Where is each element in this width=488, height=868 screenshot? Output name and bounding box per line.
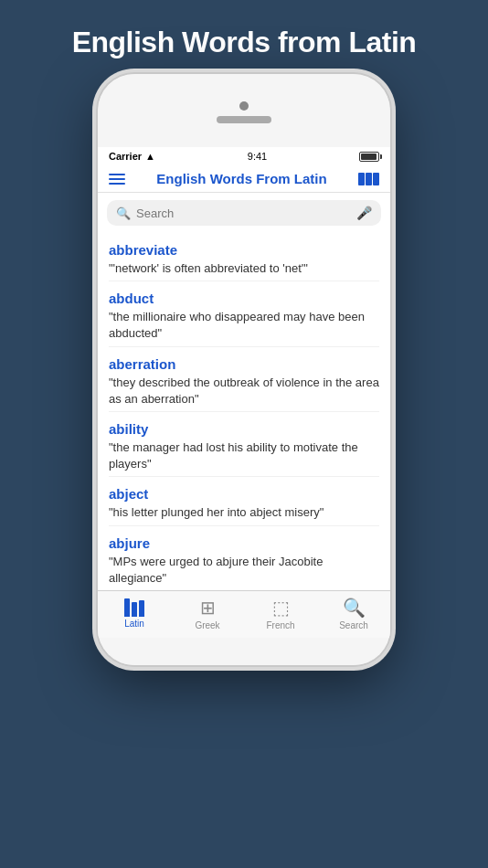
nav-title: English Words From Latin (156, 171, 326, 186)
word-example: "'network' is often abbreviated to 'net'… (109, 260, 379, 277)
menu-button[interactable] (109, 174, 125, 185)
tab-greek[interactable]: ⊞ Greek (171, 591, 244, 638)
tab-latin-label: Latin (124, 619, 144, 629)
mic-icon[interactable]: 🎤 (356, 206, 372, 220)
word-entry[interactable]: abbreviate"'network' is often abbreviate… (109, 233, 379, 281)
word-example: "his letter plunged her into abject mise… (109, 504, 379, 521)
word-title: abjure (109, 535, 379, 551)
word-entry[interactable]: aberration"they described the outbreak o… (109, 347, 379, 412)
word-title: ability (109, 421, 379, 437)
tab-french-label: French (266, 620, 294, 630)
phone-screen: Carrier ▲ 9:41 English Words From Latin … (98, 147, 390, 638)
word-example: "MPs were urged to abjure their Jacobite… (109, 554, 379, 587)
phone-frame: Carrier ▲ 9:41 English Words From Latin … (98, 74, 390, 665)
time-display: 9:41 (248, 151, 267, 162)
latin-books-icon (124, 597, 144, 617)
speaker (217, 116, 271, 123)
word-title: abduct (109, 291, 379, 306)
status-bar: Carrier ▲ 9:41 (98, 147, 390, 165)
nav-bar: English Words From Latin (98, 165, 390, 193)
word-title: abject (109, 486, 379, 502)
page-title: English Words from Latin (54, 0, 435, 74)
wifi-icon: ▲ (145, 151, 155, 162)
battery-icon (359, 152, 379, 162)
phone-top-bezel (98, 74, 390, 147)
word-list[interactable]: abbreviate"'network' is often abbreviate… (98, 233, 390, 590)
camera-icon (239, 101, 249, 111)
word-example: "the millionaire who disappeared may hav… (109, 309, 379, 342)
word-entry[interactable]: ability"the manager had lost his ability… (109, 412, 379, 477)
tab-search[interactable]: 🔍 Search (317, 591, 390, 638)
word-example: "they described the outbreak of violence… (109, 375, 379, 408)
french-icon: ⬚ (272, 597, 290, 619)
word-title: abbreviate (109, 242, 379, 258)
search-bar[interactable]: 🔍 🎤 (107, 200, 381, 226)
tab-bar: Latin ⊞ Greek ⬚ French 🔍 Search (98, 590, 390, 638)
search-tab-icon: 🔍 (343, 597, 366, 619)
books-icon[interactable] (358, 173, 379, 185)
phone-bottom-bezel (98, 638, 390, 665)
tab-greek-label: Greek (195, 620, 219, 630)
greek-icon: ⊞ (200, 597, 216, 619)
word-entry[interactable]: abject"his letter plunged her into abjec… (109, 477, 379, 525)
search-icon: 🔍 (116, 206, 131, 220)
word-entry[interactable]: abjure"MPs were urged to abjure their Ja… (109, 526, 379, 590)
tab-search-label: Search (339, 620, 368, 630)
search-input[interactable] (136, 206, 351, 220)
word-example: "the manager had lost his ability to mot… (109, 439, 379, 472)
word-entry[interactable]: abduct"the millionaire who disappeared m… (109, 281, 379, 346)
word-title: aberration (109, 356, 379, 372)
tab-latin[interactable]: Latin (98, 591, 171, 638)
carrier-label: Carrier (109, 151, 142, 162)
tab-french[interactable]: ⬚ French (244, 591, 317, 638)
